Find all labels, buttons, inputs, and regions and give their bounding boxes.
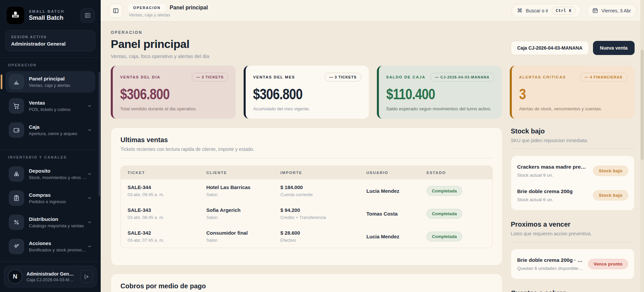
list-item[interactable]: Brie doble crema 200g Stock actual 6 un.…: [517, 183, 628, 208]
date-button[interactable]: Viernes, 3 Abr: [587, 4, 637, 17]
sidebar-item-distribucion[interactable]: Distribucion Catalogo mayorista y ventas: [5, 212, 95, 233]
item-detail: Stock actual 6 un.: [517, 197, 589, 202]
app-root: SMALL BATCH Small Batch SESION ACTIVA Ad…: [0, 0, 644, 292]
sidebar-item-compras[interactable]: Compras Pedidos e ingresos: [5, 187, 95, 209]
table-row[interactable]: SALE-342 03-abr, 07:45 a. m. Consumidor …: [121, 225, 492, 248]
stat-value: $110.400: [386, 86, 435, 103]
sidebar-collapse-button[interactable]: [81, 8, 95, 22]
content-columns: Ultimas ventas Tickets recientes con lec…: [111, 127, 635, 292]
latest-sales-title: Ultimas ventas: [120, 136, 493, 144]
nav-subtitle: Stock, movimientos y otros d…: [29, 175, 87, 180]
cart-icon: [9, 98, 24, 114]
chevron-down-icon: [87, 104, 92, 108]
stat-value: $306.800: [120, 86, 169, 103]
nav-texts: Ventas POS, tickets y cobros: [29, 100, 87, 112]
sidebar-item-caja[interactable]: Caja Apertura, cierre y arqueo: [5, 119, 95, 141]
nav-subtitle: POS, tickets y cobros: [29, 107, 87, 112]
cell-estado: Completada: [427, 232, 486, 241]
stat-card-ventas-del-dia: VENTAS DEL DIA — 3 TICKETS $306.800 Tota…: [111, 66, 236, 119]
chevron-down-icon: [87, 220, 92, 225]
list-item[interactable]: Brie doble crema 200g · BR… Quedan 6 uni…: [517, 252, 628, 276]
item-detail: Quedan 6 unidades disponible…: [517, 266, 584, 271]
breadcrumb-page-title: Panel principal: [170, 5, 208, 11]
nav-texts: Panel principal Ventas, caja y alertas: [29, 76, 87, 88]
topbar-breadcrumb: OPERACION Panel principal Ventas, caja y…: [128, 4, 208, 17]
breadcrumb-section-badge: OPERACION: [128, 4, 166, 11]
user-name: Lucia Mendez: [366, 234, 427, 239]
sidebar-item-deposito[interactable]: Deposito Stock, movimientos y otros d…: [5, 163, 95, 185]
bar-chart-icon: [9, 74, 24, 90]
section-label: INVENTARIO Y CANALES: [5, 155, 95, 159]
user-name: Tomas Costa: [366, 211, 427, 217]
sidebar-section-inventario: INVENTARIO Y CANALES Deposito Stock, mov…: [0, 150, 101, 260]
client-name: Consumidor final: [206, 230, 281, 236]
ticket-id: SALE-343: [128, 207, 206, 213]
cell-usuario: Lucia Mendez: [366, 234, 427, 239]
nav-texts: Distribucion Catalogo mayorista y ventas: [29, 216, 87, 228]
aside-column: Stock bajo SKU que piden reposicion inme…: [511, 127, 635, 292]
payment-method: Credito + Transferencia: [281, 215, 366, 220]
stat-description: Alertas de stock, vencimientos y cuentas…: [519, 106, 627, 111]
session-label: SESION ACTIVA: [11, 35, 90, 39]
breadcrumb-subtitle: Ventas, caja y alertas: [128, 12, 208, 17]
session-value: Administrador General: [11, 41, 90, 47]
nav-subtitle: Apertura, cierre y arqueo: [29, 131, 87, 136]
wallet-icon: [9, 122, 24, 138]
stock-low-badge: Stock bajo: [593, 190, 628, 200]
user-name: Administrador Gener…: [27, 271, 76, 277]
nav-texts: Deposito Stock, movimientos y otros d…: [29, 168, 87, 180]
new-sale-button[interactable]: Nueva venta: [593, 41, 635, 55]
page-scrollbar[interactable]: [640, 0, 644, 292]
cell-importe: $ 94.200 Credito + Transferencia: [281, 207, 366, 220]
column-header-cliente: CLIENTE: [206, 171, 281, 175]
stat-description: Saldo esperado segun movimientos del tur…: [386, 106, 494, 111]
column-header-importe: IMPORTE: [281, 171, 366, 175]
sidebar-item-ventas[interactable]: Ventas POS, tickets y cobros: [5, 95, 95, 117]
page-scrollbar-thumb[interactable]: [641, 50, 644, 160]
stock-low-card: Crackers masa madre premiu… Stock actual…: [511, 156, 635, 211]
table-row[interactable]: SALE-344 03-abr, 09:45 a. m. Hotel Las B…: [121, 179, 492, 202]
stat-badge: — 3 TICKETS: [192, 73, 228, 81]
search-button[interactable]: ⌘ Buscar o ir Ctrl K: [511, 4, 581, 17]
chevron-down-icon: [87, 172, 92, 176]
page-content: OPERACION Panel principal Ventas, caja, …: [101, 21, 644, 292]
status-badge: Completada: [427, 209, 462, 219]
cell-usuario: Tomas Costa: [366, 211, 427, 217]
amount: $ 184.000: [281, 184, 366, 190]
stat-value: $306.800: [253, 86, 302, 103]
stat-label: VENTAS DEL DIA: [120, 75, 160, 79]
amount: $ 28.600: [281, 230, 366, 236]
payments-title: Cobros por medio de pago: [120, 282, 493, 290]
sidebar-toggle-button[interactable]: [109, 4, 123, 18]
sidebar-item-acciones[interactable]: Acciones Bonificados y stock promoci…: [5, 236, 95, 257]
user-caja-detail: Caja CJ-2026-04-03-M…: [27, 278, 76, 282]
latest-sales-card: Ultimas ventas Tickets recientes con lec…: [111, 127, 502, 266]
amount: $ 94.200: [281, 207, 366, 213]
receivables-section: Cuentas a cobrar: [511, 289, 635, 292]
nav-texts: Caja Apertura, cierre y arqueo: [29, 124, 87, 136]
ticket-id: SALE-344: [128, 184, 206, 190]
stat-card-alertas-criticas: ALERTAS CRITICAS — 4 FINANCIERAS 3 Alert…: [510, 66, 635, 119]
logout-button[interactable]: [80, 270, 93, 283]
table-row[interactable]: SALE-343 03-abr, 08:45 a. m. Sofia Arger…: [121, 202, 492, 225]
caja-session-button[interactable]: Caja CJ-2026-04-03-MANANA: [511, 41, 589, 55]
stat-description: Acumulado del mes vigente.: [253, 106, 361, 111]
nav-title: Ventas: [29, 100, 87, 106]
calendar-icon: [592, 8, 598, 13]
page-header-text: OPERACION Panel principal Ventas, caja, …: [111, 30, 511, 59]
user-name: Lucia Mendez: [366, 188, 427, 194]
user-card[interactable]: N Administrador Gener… Caja CJ-2026-04-0…: [4, 266, 97, 287]
item-texts: Brie doble crema 200g · BR… Quedan 6 uni…: [517, 257, 584, 271]
nav-texts: Acciones Bonificados y stock promoci…: [29, 240, 87, 252]
sidebar: SMALL BATCH Small Batch SESION ACTIVA Ad…: [0, 0, 101, 292]
panel-collapse-icon: [85, 12, 91, 18]
list-item[interactable]: Crackers masa madre premiu… Stock actual…: [517, 159, 628, 183]
sidebar-scrollbar[interactable]: [99, 72, 100, 196]
sidebar-item-panel-principal[interactable]: Panel principal Ventas, caja y alertas: [5, 71, 95, 93]
small-batch-logo-icon: [10, 10, 20, 20]
item-name: Brie doble crema 200g · BR…: [517, 257, 584, 263]
payment-method: Cuenta corriente: [281, 192, 366, 197]
stat-card-saldo-de-caja: SALDO DE CAJA — CJ-2026-04-03-MANANA $11…: [377, 66, 502, 119]
nav-texts: Compras Pedidos e ingresos: [29, 192, 87, 204]
shortcut-badge: Ctrl K: [552, 7, 576, 15]
